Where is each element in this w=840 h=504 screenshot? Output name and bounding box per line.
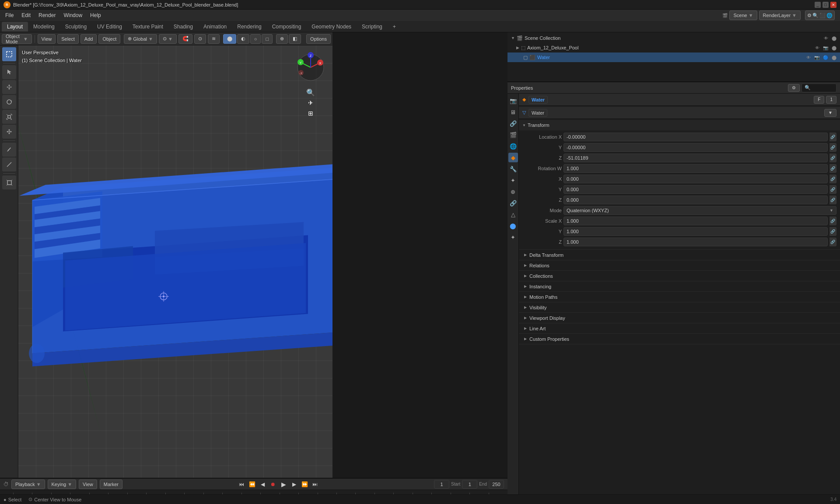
current-frame-box[interactable]: 1 [434, 480, 449, 489]
viewport-display-section[interactable]: ▶ Viewport Display [519, 313, 840, 323]
tab-shading[interactable]: Shading [168, 22, 198, 32]
next-frame-btn[interactable]: ▶ [290, 480, 298, 489]
tab-icon-view-layer[interactable]: 🔗 [508, 119, 518, 128]
shading-wireframe[interactable]: □ [262, 34, 273, 44]
zoom-in-btn[interactable]: 🔍 [306, 88, 315, 97]
options-btn[interactable]: Options [306, 34, 331, 44]
delta-transform-section[interactable]: ▶ Delta Transform [519, 250, 840, 260]
tool-move[interactable] [2, 80, 16, 94]
rotation-w-field[interactable]: 1.000 [564, 164, 828, 173]
end-frame-box[interactable]: 250 [489, 480, 504, 489]
timeline-view-menu[interactable]: View [79, 480, 97, 489]
tab-sculpting[interactable]: Sculpting [60, 22, 92, 32]
rotation-z-link[interactable]: 🔗 [830, 196, 836, 204]
location-z-link[interactable]: 🔗 [830, 154, 836, 162]
outliner-water[interactable]: ▢ ⬛ Water 👁 📷 🔵 ⬤ [508, 52, 840, 62]
more-options[interactable]: ≋ [208, 34, 220, 44]
tab-geometry-nodes[interactable]: Geometry Nodes [306, 22, 357, 32]
visibility-section[interactable]: ▶ Visibility [519, 302, 840, 313]
obj-fake-user[interactable]: F [814, 96, 824, 104]
start-frame-box[interactable]: 1 [462, 480, 477, 489]
snap-toggle[interactable]: 🧲 [178, 34, 192, 44]
tool-add-cube[interactable] [2, 175, 16, 189]
scale-y-link[interactable]: 🔗 [830, 227, 836, 236]
tab-rendering[interactable]: Rendering [232, 22, 266, 32]
keying-menu[interactable]: Keying ▼ [48, 480, 77, 489]
object-name-display[interactable]: Water [528, 96, 548, 104]
tool-select-box[interactable] [2, 47, 16, 61]
location-x-link[interactable]: 🔗 [830, 133, 836, 141]
xray-toggle[interactable]: ◧ [289, 34, 301, 44]
menu-render[interactable]: Render [35, 10, 59, 20]
location-z-field[interactable]: -51.01189 [564, 154, 828, 162]
jump-next-btn[interactable]: ⏩ [300, 480, 309, 489]
menu-help[interactable]: Help [87, 10, 105, 20]
jump-end-btn[interactable]: ⏭ [311, 480, 319, 489]
obj-data-browse[interactable]: ▼ [824, 109, 836, 117]
tool-scale[interactable] [2, 110, 16, 124]
location-x-field[interactable]: -0.00000 [564, 133, 828, 141]
tool-rotate[interactable] [2, 95, 16, 109]
jump-prev-btn[interactable]: ⏪ [248, 480, 256, 489]
minimize-button[interactable]: _ [815, 2, 821, 8]
tab-texture-paint[interactable]: Texture Paint [127, 22, 168, 32]
view-menu[interactable]: View [38, 34, 56, 44]
marker-menu[interactable]: Marker [100, 480, 122, 489]
scene-selector[interactable]: Scene ▼ [729, 10, 757, 20]
location-y-link[interactable]: 🔗 [830, 143, 836, 152]
global-transform[interactable]: ⊕ Global ▼ [124, 34, 157, 44]
scale-z-field[interactable]: 1.000 [564, 238, 828, 246]
tab-modeling[interactable]: Modeling [28, 22, 60, 32]
menu-window[interactable]: Window [60, 10, 86, 20]
tool-annotate[interactable] [2, 143, 16, 157]
menu-edit[interactable]: Edit [18, 10, 34, 20]
obj-users[interactable]: 1 [826, 96, 836, 104]
tab-layout[interactable]: Layout [2, 22, 28, 32]
tab-uv-editing[interactable]: UV Editing [92, 22, 127, 32]
tab-icon-shader[interactable]: ✦ [508, 232, 518, 242]
line-art-section[interactable]: ▶ Line Art [519, 323, 840, 334]
tab-icon-particles[interactable]: ✦ [508, 175, 518, 185]
rotation-y-field[interactable]: 0.000 [564, 185, 828, 194]
play-btn[interactable]: ▶ [279, 480, 288, 489]
scale-y-field[interactable]: 1.000 [564, 227, 828, 236]
viewport-3d[interactable]: User Perspective (1) Scene Collection | … [18, 46, 332, 478]
props-search[interactable]: 🔍 [802, 84, 836, 92]
collections-section[interactable]: ▶ Collections [519, 271, 840, 281]
tab-icon-physics[interactable]: ⊕ [508, 187, 518, 196]
tab-icon-scene[interactable]: 🎬 [508, 130, 518, 140]
relations-section[interactable]: ▶ Relations [519, 260, 840, 271]
tab-icon-render[interactable]: 📷 [508, 96, 518, 105]
tab-icon-material[interactable]: ⬤ [508, 221, 518, 231]
tab-icon-constraints[interactable]: 🔗 [508, 198, 518, 208]
scale-x-field[interactable]: 1.000 [564, 217, 828, 225]
outliner-axiom-pool[interactable]: ▶ ⬚ Axiom_12_Deluxe_Pool 👁 📷 ⬤ [508, 43, 840, 52]
rotation-x-field[interactable]: 0.000 [564, 175, 828, 183]
viewport-overlays[interactable]: ⊕ [276, 34, 288, 44]
tab-scripting[interactable]: Scripting [357, 22, 388, 32]
tab-icon-data[interactable]: △ [508, 210, 518, 219]
props-filter-btn[interactable]: ⚙ [788, 84, 800, 92]
viewport-gizmo[interactable]: X Y Z -X 🔍 ✈ ⊞ [293, 50, 328, 85]
scale-x-link[interactable]: 🔗 [830, 217, 836, 225]
tool-measure[interactable] [2, 158, 16, 172]
jump-start-btn[interactable]: ⏮ [237, 480, 246, 489]
viewport-toolbar-icons[interactable]: ⚙🔍⬛🌐 [805, 10, 835, 20]
shading-rendered[interactable]: ○ [250, 34, 261, 44]
motion-paths-section[interactable]: ▶ Motion Paths [519, 292, 840, 302]
rotation-y-link[interactable]: 🔗 [830, 185, 836, 194]
object-data-display[interactable]: Water [528, 109, 547, 117]
add-menu[interactable]: Add [80, 34, 97, 44]
select-menu[interactable]: Select [57, 34, 79, 44]
proportional-edit[interactable]: ⊙ [194, 34, 206, 44]
shading-solid[interactable]: ⬤ [223, 34, 236, 44]
tab-icon-object[interactable]: ◆ [508, 153, 518, 162]
maximize-button[interactable]: □ [822, 2, 829, 8]
object-mode-dropdown[interactable]: Object Mode ▼ [2, 34, 32, 44]
tool-cursor[interactable] [2, 65, 16, 79]
transform-pivot[interactable]: ⊙ ▼ [159, 34, 177, 44]
custom-properties-section[interactable]: ▶ Custom Properties [519, 334, 840, 344]
render-layer-selector[interactable]: RenderLayer ▼ [759, 10, 801, 20]
shading-material[interactable]: ◐ [237, 34, 249, 44]
playback-menu[interactable]: Playback ▼ [11, 480, 45, 489]
